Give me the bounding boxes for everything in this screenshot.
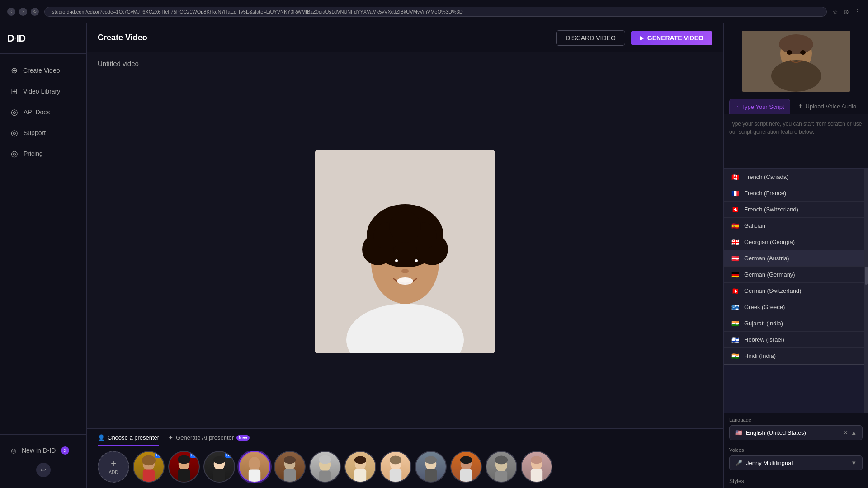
presenter-10[interactable] [450, 451, 482, 483]
flag-icon: 🇦🇹 [731, 255, 740, 262]
language-option[interactable]: 🇮🇳 Hindi (India) [724, 348, 868, 364]
svg-rect-39 [390, 469, 401, 482]
presenter-1[interactable]: HQ [133, 451, 165, 483]
tab-type-script-label: Type Your Script [741, 103, 784, 110]
svg-point-13 [415, 259, 418, 262]
language-select-box[interactable]: 🇺🇸 English (United States) ✕ ▲ [729, 425, 863, 440]
language-option-label: Georgian (Georgia) [744, 239, 795, 245]
presenter-8[interactable] [380, 451, 411, 483]
flag-icon: 🇪🇸 [731, 223, 740, 229]
svg-rect-18 [143, 470, 155, 482]
scrollbar-track[interactable] [864, 169, 868, 413]
sidebar-item-video-library[interactable]: ⊞ Video Library [4, 82, 83, 101]
presenters-strip: 👤 Choose a presenter ✦ Generate AI prese… [87, 428, 723, 488]
language-option-label: German (Switzerland) [744, 287, 801, 294]
language-option[interactable]: 🇬🇷 Greek (Greece) [724, 299, 868, 315]
tab-upload-voice[interactable]: ⬆ Upload Voice Audio [792, 99, 863, 114]
flag-icon: 🇫🇷 [731, 190, 740, 197]
svg-point-9 [389, 211, 421, 243]
language-option[interactable]: 🇦🇹 German (Austria) [724, 250, 868, 267]
sidebar-item-pricing[interactable]: ◎ Pricing [4, 144, 83, 163]
language-option[interactable]: 🇮🇳 Gujarati (India) [724, 315, 868, 332]
language-option-label: French (Canada) [744, 174, 788, 180]
new-icon: ◎ [11, 447, 16, 454]
flag-icon: 🇨🇦 [731, 174, 740, 180]
sidebar-label-api-docs: API Docs [24, 108, 50, 116]
flag-icon: 🇮🇱 [731, 337, 740, 343]
tab-choose-presenter[interactable]: 👤 Choose a presenter [98, 434, 159, 446]
language-option-label: French (France) [744, 190, 786, 197]
svg-point-56 [787, 50, 792, 55]
clear-language-icon[interactable]: ✕ [843, 429, 848, 436]
language-option[interactable]: 🇪🇸 Galician [724, 218, 868, 234]
svg-rect-27 [249, 470, 260, 482]
extensions-icon[interactable]: ⊕ [844, 8, 849, 15]
language-dropdown-container[interactable]: 🇨🇦 French (Canada) 🇫🇷 French (France) 🇨🇭… [724, 169, 868, 413]
hq-badge-3: HQ [225, 453, 233, 458]
language-option-label: German (Germany) [744, 271, 795, 278]
sidebar-item-create-video[interactable]: ⊕ Create Video [4, 61, 83, 80]
discard-video-button[interactable]: DISCARD VIDEO [556, 30, 625, 46]
undo-button[interactable]: ↩ [36, 463, 51, 477]
svg-rect-21 [178, 469, 190, 482]
sidebar-label-video-library: Video Library [23, 88, 60, 95]
svg-point-32 [319, 455, 331, 464]
back-button[interactable]: ‹ [7, 8, 15, 16]
language-option-label: Galician [744, 222, 765, 229]
language-option[interactable]: 🇨🇭 French (Switzerland) [724, 202, 868, 218]
svg-point-54 [779, 34, 813, 54]
menu-icon[interactable]: ⋮ [854, 8, 861, 15]
presenter-11[interactable] [486, 451, 517, 483]
tab-type-script[interactable]: ○ Type Your Script [729, 99, 790, 114]
svg-rect-30 [284, 469, 296, 482]
generate-video-button[interactable]: GENERATE VIDEO [631, 31, 712, 45]
chevron-down-icon[interactable]: ▼ [851, 460, 857, 466]
add-presenter-button[interactable]: + ADD [98, 451, 129, 483]
scrollbar-thumb[interactable] [865, 267, 868, 285]
presenter-3[interactable]: HQ [203, 451, 235, 483]
script-placeholder-text: Type your script here, you can start fro… [729, 121, 862, 135]
language-option[interactable]: 🇫🇷 French (France) [724, 185, 868, 202]
presenter-5[interactable] [274, 451, 306, 483]
presenter-4[interactable] [239, 451, 270, 483]
chevron-up-icon[interactable]: ▲ [851, 429, 857, 436]
svg-point-20 [178, 455, 190, 464]
styles-label: Styles [729, 478, 863, 484]
presenter-9[interactable] [415, 451, 447, 483]
presenter-preview [315, 150, 495, 353]
svg-rect-48 [495, 471, 507, 482]
presenter-7[interactable] [344, 451, 376, 483]
tab-generate-ai-presenter[interactable]: ✦ Generate AI presenter New [168, 434, 249, 446]
voice-icon: 🎤 [735, 460, 742, 466]
url-text: studio.d-id.com/editor?code=1Ot7GyMJ_6XC… [52, 9, 463, 14]
api-docs-icon: ◎ [11, 107, 18, 117]
svg-point-55 [771, 60, 821, 92]
language-option[interactable]: 🇩🇪 German (Germany) [724, 267, 868, 283]
language-label: Language [729, 417, 863, 422]
voices-select-box[interactable]: 🎤 Jenny Multilingual ▼ [729, 455, 863, 470]
svg-point-14 [401, 269, 409, 273]
language-option-label: Hindi (India) [744, 352, 776, 359]
upload-voice-icon: ⬆ [798, 103, 803, 110]
language-option[interactable]: 🇨🇭 German (Switzerland) [724, 283, 868, 299]
hq-badge-2: HQ [190, 453, 198, 458]
language-option[interactable]: 🇨🇦 French (Canada) [724, 169, 868, 185]
svg-point-12 [395, 259, 398, 262]
language-dropdown-list: 🇨🇦 French (Canada) 🇫🇷 French (France) 🇨🇭… [724, 169, 868, 365]
presenter-6[interactable] [309, 451, 341, 483]
sidebar-label-create-video: Create Video [23, 67, 60, 74]
forward-button[interactable]: › [19, 8, 27, 16]
video-area: Untitled video [87, 52, 723, 488]
sidebar-item-support[interactable]: ◎ Support [4, 123, 83, 142]
sidebar-item-api-docs[interactable]: ◎ API Docs [4, 103, 83, 122]
app-container: D·ID ⊕ Create Video ⊞ Video Library ◎ AP… [0, 23, 868, 488]
presenter-12[interactable] [521, 451, 552, 483]
reload-button[interactable]: ↻ [31, 8, 39, 16]
language-option[interactable]: 🇮🇱 Hebrew (Israel) [724, 332, 868, 348]
address-bar[interactable]: studio.d-id.com/editor?code=1Ot7GyMJ_6XC… [44, 7, 827, 17]
bookmark-icon[interactable]: ☆ [832, 8, 838, 15]
language-option[interactable]: 🇬🇪 Georgian (Georgia) [724, 234, 868, 250]
new-in-did[interactable]: ◎ New in D-ID 3 [4, 442, 83, 459]
presenter-2[interactable]: HQ [168, 451, 200, 483]
language-option-label: German (Austria) [744, 255, 789, 262]
